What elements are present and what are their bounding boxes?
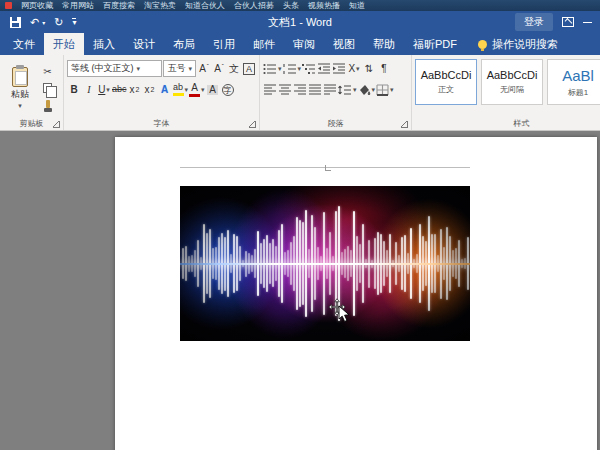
phonetic-guide-button[interactable]: 文 — [227, 60, 241, 77]
bold-button[interactable]: B — [67, 81, 81, 98]
underline-button[interactable]: U▾ — [97, 81, 111, 98]
browser-strip-item[interactable]: 常用网站 — [62, 0, 94, 11]
styles-group: AaBbCcDi 正文 AaBbCcDi 无间隔 AaBl 标题1 样式 — [412, 55, 600, 130]
multilevel-list-button[interactable] — [302, 60, 316, 77]
image-top-guide — [180, 167, 470, 168]
ribbon-display-options-icon[interactable] — [562, 17, 574, 27]
chevron-down-icon: ▾ — [18, 102, 22, 109]
document-page[interactable] — [115, 137, 597, 450]
tab-layout[interactable]: 布局 — [164, 33, 204, 55]
tab-mailings[interactable]: 邮件 — [244, 33, 284, 55]
subscript-button[interactable]: x2 — [128, 81, 142, 98]
copy-icon[interactable] — [40, 81, 55, 94]
undo-chevron-icon[interactable]: ▾ — [42, 19, 45, 26]
font-group: 等线 (中文正文) ▾ 五号 ▾ Aˆ Aˇ 文 A B I U▾ abc x2… — [64, 55, 260, 130]
font-group-label: 字体 — [64, 118, 259, 129]
strikethrough-button[interactable]: abc — [112, 81, 127, 98]
browser-strip-item[interactable]: 知道 — [349, 0, 365, 11]
font-color-button[interactable]: A▾ — [189, 81, 205, 98]
clipboard-small-buttons: ✂ — [37, 58, 55, 117]
style-normal[interactable]: AaBbCcDi 正文 — [415, 59, 477, 105]
browser-strip-item[interactable]: 网页收藏 — [21, 0, 53, 11]
superscript-button[interactable]: x2 — [143, 81, 157, 98]
format-painter-icon[interactable] — [40, 97, 55, 110]
tell-me-search[interactable]: 操作说明搜索 — [478, 33, 558, 55]
tab-review[interactable]: 审阅 — [284, 33, 324, 55]
pointer-arrow-icon — [338, 305, 350, 323]
font-dialog-launcher-icon[interactable] — [249, 121, 256, 128]
bullets-button[interactable]: ▾ — [263, 60, 282, 77]
align-center-button[interactable] — [278, 81, 292, 98]
align-right-button[interactable] — [293, 81, 307, 98]
lightbulb-icon — [478, 40, 487, 49]
image-vignette — [180, 186, 470, 341]
redo-icon[interactable]: ↻ — [54, 17, 63, 28]
text-effects-button[interactable]: A — [158, 81, 172, 98]
numbering-button[interactable]: ▾ — [283, 60, 302, 77]
increase-indent-button[interactable] — [332, 60, 346, 77]
distribute-button[interactable] — [323, 81, 337, 98]
grow-font-button[interactable]: Aˆ — [197, 60, 211, 77]
font-name-select[interactable]: 等线 (中文正文) ▾ — [67, 60, 162, 77]
paragraph-group: ▾ ▾ X▾ ⇅ ¶ ▾ ▾ ▾ 段落 — [260, 55, 412, 130]
chevron-down-icon: ▾ — [353, 86, 357, 93]
decrease-indent-button[interactable] — [317, 60, 331, 77]
sign-in-button[interactable]: 登录 — [515, 13, 553, 31]
sort-button[interactable]: ⇅ — [362, 60, 376, 77]
font-name-value: 等线 (中文正文) — [71, 62, 134, 75]
paste-label: 粘贴 — [11, 88, 29, 101]
tab-file[interactable]: 文件 — [4, 33, 44, 55]
browser-strip-item[interactable]: 淘宝热卖 — [144, 0, 176, 11]
brush-glyph — [46, 100, 50, 108]
font-size-select[interactable]: 五号 ▾ — [163, 60, 196, 77]
tab-foxit-pdf[interactable]: 福昕PDF — [404, 33, 466, 55]
copy-glyph — [43, 83, 52, 93]
paste-button[interactable]: 粘贴 ▾ — [3, 58, 37, 117]
line-spacing-button[interactable]: ▾ — [338, 81, 357, 98]
browser-strip-item[interactable]: 知道合伙人 — [185, 0, 225, 11]
browser-strip-item[interactable]: 合伙人招募 — [234, 0, 274, 11]
italic-button[interactable]: I — [82, 81, 96, 98]
browser-strip-item[interactable]: 视频热播 — [308, 0, 340, 11]
browser-strip-item[interactable]: 百度搜索 — [103, 0, 135, 11]
chevron-down-icon: ▾ — [298, 65, 302, 72]
show-hide-marks-button[interactable]: ¶ — [377, 60, 391, 77]
minimize-icon[interactable] — [583, 22, 592, 23]
save-icon[interactable] — [10, 17, 21, 28]
highlight-color-bar — [173, 93, 184, 96]
tab-insert[interactable]: 插入 — [84, 33, 124, 55]
highlight-color-button[interactable]: ab▾ — [173, 81, 189, 98]
browser-strip-item[interactable]: 头条 — [283, 0, 299, 11]
justify-button[interactable] — [308, 81, 322, 98]
window-title: 文档1 - Word — [268, 15, 332, 30]
tab-references[interactable]: 引用 — [204, 33, 244, 55]
ribbon-tab-bar: 文件 开始 插入 设计 布局 引用 邮件 审阅 视图 帮助 福昕PDF 操作说明… — [0, 33, 600, 55]
document-area[interactable] — [0, 131, 600, 450]
tab-design[interactable]: 设计 — [124, 33, 164, 55]
character-shading-button[interactable]: A — [206, 81, 220, 98]
title-bar: ↶ ▾ ↻ ▾ 文档1 - Word 登录 — [0, 11, 600, 33]
clipboard-group: 粘贴 ▾ ✂ 剪贴板 — [0, 55, 64, 130]
style-no-spacing[interactable]: AaBbCcDi 无间隔 — [481, 59, 543, 105]
style-heading-1[interactable]: AaBl 标题1 — [547, 59, 600, 105]
tab-view[interactable]: 视图 — [324, 33, 364, 55]
paragraph-dialog-launcher-icon[interactable] — [401, 121, 408, 128]
enclose-characters-button[interactable]: 字 — [221, 81, 235, 98]
clipboard-dialog-launcher-icon[interactable] — [53, 121, 60, 128]
shrink-font-button[interactable]: Aˇ — [212, 60, 226, 77]
mouse-cursor — [328, 298, 358, 328]
audio-waveform-image[interactable] — [180, 186, 470, 341]
undo-icon[interactable]: ↶ — [30, 17, 39, 28]
align-left-button[interactable] — [263, 81, 277, 98]
customize-quick-access-icon[interactable]: ▾ — [72, 18, 76, 26]
asian-layout-button[interactable]: X▾ — [347, 60, 361, 77]
tab-home[interactable]: 开始 — [44, 33, 84, 55]
caret-up-icon: ˆ — [207, 63, 209, 69]
shading-button[interactable]: ▾ — [358, 81, 376, 98]
borders-button[interactable]: ▾ — [376, 81, 394, 98]
character-border-button[interactable]: A — [242, 60, 256, 77]
paragraph-group-label: 段落 — [260, 118, 411, 129]
tab-help[interactable]: 帮助 — [364, 33, 404, 55]
ribbon: 粘贴 ▾ ✂ 剪贴板 等线 (中文正文) ▾ 五号 ▾ — [0, 55, 600, 131]
cut-icon[interactable]: ✂ — [40, 65, 55, 78]
